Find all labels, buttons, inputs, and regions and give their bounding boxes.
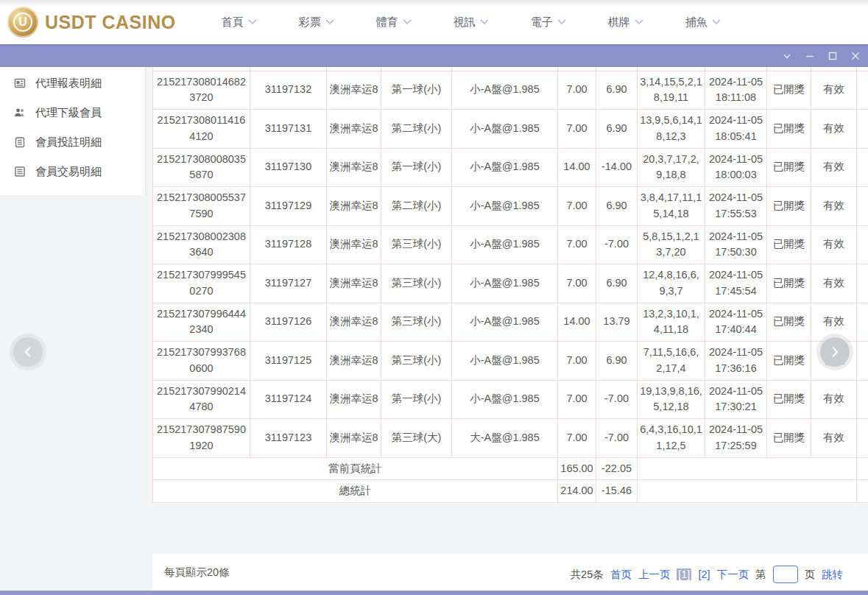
cell-win_loss: 6.90 [596,187,638,226]
cell-option: 小-A盤@1.985 [452,380,558,419]
sidebar: 代理報表明細 代理下級會員 會員投註明細 會員交易明細 [0,67,146,195]
cell-win_loss: 6.90 [596,264,638,303]
cell-time: 2024-11-05 17:40:44 [705,303,767,342]
cell-win_loss: -14.00 [596,148,638,187]
nav-item[interactable]: 電子 [531,15,566,29]
cell-amount: 7.00 [558,187,596,226]
maximize-icon[interactable] [828,51,838,61]
page-total-label: 當前頁統計 [153,457,558,480]
cell-valid_status: 有效 [811,187,857,226]
close-icon[interactable] [850,51,861,61]
bet-records-table: 215217308014682372031197132澳洲幸运8第一球(小)小-… [152,66,868,503]
cell-option: 小-A盤@1.985 [452,148,558,187]
grand-total-label: 總統計 [153,480,558,503]
nav-item[interactable]: 首頁 [222,15,257,29]
first-page-link[interactable]: 首页 [610,568,632,582]
jump-prefix: 第 [755,568,766,582]
cell-win_loss: 6.90 [596,71,638,110]
nav-item-label: 棋牌 [608,15,630,29]
next-page-link[interactable]: 下一页 [717,568,749,582]
sidebar-item[interactable]: 會員投註明細 [0,127,145,157]
jump-page-input[interactable] [773,566,798,583]
sidebar-item-label: 代理報表明細 [35,77,102,91]
cell-result: 13,9,5,6,14,18,12,3 [638,110,705,149]
sidebar-item-label: 代理下級會員 [35,106,102,120]
cell-play: 第一球(小) [381,71,452,110]
cell-order_id: 2152173079875901920 [153,419,250,458]
cell-amount: 7.00 [558,110,596,149]
app-header: U USDT CASINO 首頁 彩票 體育 視訊 電子 棋牌 [0,0,868,44]
nav-item[interactable]: 捕魚 [685,15,721,29]
chevron-down-icon [480,19,489,25]
nav-item[interactable]: 視訊 [454,15,489,29]
cell-bet_id: 31197124 [250,380,327,419]
nav-item[interactable]: 體育 [376,15,412,29]
logo-coin-icon: U [7,7,38,38]
cell-amount: 7.00 [558,380,596,419]
cell-draw_status: 已開獎 [767,110,811,149]
page-size-text: 每頁顯示20條 [164,566,230,580]
cell-draw_status: 已開獎 [767,342,811,381]
collapse-chevron-icon[interactable] [782,51,792,61]
cell-bet_id: 31197126 [250,303,327,342]
cell-option: 大-A盤@1.985 [452,419,558,458]
cell-amount: 7.00 [558,225,596,264]
window-bottom-edge [0,591,868,595]
cell-bet_id: 31197129 [250,187,327,226]
cell-bet_id: 31197128 [250,225,327,264]
nav-item[interactable]: 棋牌 [608,15,643,29]
cell-time: 2024-11-05 17:55:53 [705,187,767,226]
cell-amount: 7.00 [558,419,596,458]
cell-result: 3,14,15,5,2,18,19,11 [638,71,705,110]
cell-extra [857,342,868,381]
cell-order_id: 2152173079902144780 [153,380,250,419]
cell-play: 第三球(小) [381,303,452,342]
table-row: 215217307996444234031197126澳洲幸运8第三球(小)小-… [153,303,868,342]
cell-amount: 7.00 [558,342,596,381]
jump-button[interactable]: 跳转 [822,568,843,582]
table-row: 215217307987590192031197123澳洲幸运8第三球(大)大-… [153,419,868,458]
cell-valid_status: 有效 [811,148,857,187]
page-link[interactable]: [2] [698,568,710,580]
chevron-down-icon [712,19,721,25]
cell-result: 3,8,4,17,11,15,14,18 [638,187,705,226]
sidebar-item[interactable]: 會員交易明細 [0,157,145,186]
cell-order_id: 2152173079995450270 [153,264,250,303]
current-page[interactable]: [1] [677,568,691,580]
scroll-right-button[interactable] [820,337,850,367]
cell-draw_status: 已開獎 [767,187,811,226]
page-total-amount: 165.00 [558,457,596,480]
cell-valid_status: 有效 [811,71,857,110]
cell-option: 小-A盤@1.985 [452,71,558,110]
main-nav: 首頁 彩票 體育 視訊 電子 棋牌 捕魚 [222,15,721,29]
table-body: 215217308014682372031197132澳洲幸运8第一球(小)小-… [153,66,868,457]
minimize-icon[interactable] [805,51,815,61]
cell-time: 2024-11-05 17:50:30 [705,225,767,264]
cell-valid_status: 有效 [811,380,857,419]
cell-time: 2024-11-05 17:45:54 [705,264,767,303]
chevron-down-icon [557,19,566,25]
scroll-left-button[interactable] [13,337,43,367]
cell-draw_status: 已開獎 [767,419,811,458]
cell-bet_id: 31197131 [250,110,327,149]
nav-item-label: 彩票 [299,15,321,29]
jump-suffix: 页 [805,568,816,582]
cell-play: 第二球(小) [381,187,452,226]
sidebar-item[interactable]: 代理下級會員 [0,98,145,127]
cell-game: 澳洲幸运8 [327,419,381,458]
nav-item[interactable]: 彩票 [299,15,334,29]
cell-order_id: 2152173080080355870 [153,148,250,187]
cell-win_loss: 13.79 [596,303,638,342]
nav-item-label: 體育 [376,15,398,29]
cell-win_loss: 6.90 [596,110,638,149]
sidebar-item[interactable]: 代理報表明細 [0,68,145,98]
cell-extra [857,264,868,303]
prev-page-link[interactable]: 上一页 [638,568,671,582]
grand-total-row: 總統計 214.00 -15.46 [153,480,868,503]
cell-game: 澳洲幸运8 [327,110,381,149]
cell-option: 小-A盤@1.985 [452,187,558,226]
chevron-left-icon [22,346,34,358]
cell-extra [857,225,868,264]
cell-amount: 14.00 [558,148,596,187]
page-total-row: 當前頁統計 165.00 -22.05 [153,457,868,480]
